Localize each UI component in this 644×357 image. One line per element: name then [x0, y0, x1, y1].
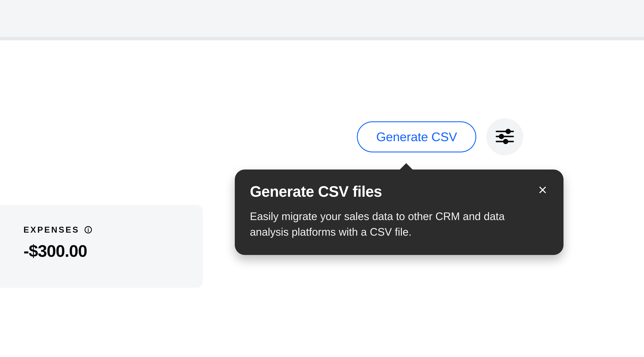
svg-point-3: [500, 135, 504, 138]
svg-point-5: [504, 140, 508, 144]
popover-body: Easily migrate your sales data to other …: [250, 209, 538, 240]
popover-title: Generate CSV files: [250, 183, 382, 200]
svg-point-10: [88, 228, 88, 229]
expenses-label: EXPENSES: [24, 225, 80, 235]
close-icon: [538, 185, 547, 195]
expenses-amount: -$300.00: [24, 241, 186, 261]
info-icon[interactable]: [84, 225, 92, 234]
generate-csv-popover: Generate CSV files Easily migrate your s…: [235, 170, 564, 255]
settings-button[interactable]: [486, 118, 523, 155]
sliders-icon: [495, 126, 515, 147]
action-bar: Generate CSV: [357, 118, 523, 155]
popover-close-button[interactable]: [537, 184, 548, 196]
expenses-card: EXPENSES -$300.00: [0, 205, 203, 288]
svg-point-1: [506, 130, 510, 133]
generate-csv-button[interactable]: Generate CSV: [357, 121, 476, 152]
